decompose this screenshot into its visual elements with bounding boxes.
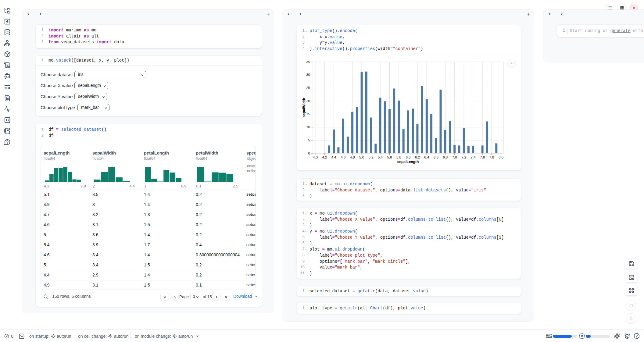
svg-text:20: 20 xyxy=(306,99,310,103)
svg-text:6.2: 6.2 xyxy=(415,155,420,159)
svg-text:sepalLength: sepalLength xyxy=(397,160,419,164)
svg-text:30: 30 xyxy=(306,73,310,77)
svg-text:7.8: 7.8 xyxy=(489,155,494,159)
svg-text:5.8: 5.8 xyxy=(396,155,401,159)
svg-text:4.8: 4.8 xyxy=(350,155,355,159)
svg-text:35: 35 xyxy=(306,60,310,64)
svg-text:6.4: 6.4 xyxy=(424,155,429,159)
svg-text:4.0: 4.0 xyxy=(313,155,318,159)
svg-text:sepalWidth: sepalWidth xyxy=(302,98,306,117)
svg-text:15: 15 xyxy=(306,112,310,116)
svg-text:6.8: 6.8 xyxy=(443,155,448,159)
svg-text:5.4: 5.4 xyxy=(378,155,383,159)
svg-text:6.0: 6.0 xyxy=(406,155,410,159)
svg-text:25: 25 xyxy=(306,86,310,90)
svg-text:10: 10 xyxy=(306,125,310,129)
svg-text:8.0: 8.0 xyxy=(499,155,503,159)
svg-text:7.2: 7.2 xyxy=(461,155,466,159)
svg-text:5.6: 5.6 xyxy=(387,155,392,159)
svg-text:7.6: 7.6 xyxy=(480,155,485,159)
svg-text:7.4: 7.4 xyxy=(471,155,476,159)
svg-text:5.0: 5.0 xyxy=(359,155,364,159)
svg-text:6.6: 6.6 xyxy=(434,155,438,159)
svg-text:4.6: 4.6 xyxy=(341,155,345,159)
svg-text:0: 0 xyxy=(308,151,310,155)
svg-text:4.4: 4.4 xyxy=(331,155,337,159)
svg-text:5.2: 5.2 xyxy=(369,155,374,159)
svg-text:4.2: 4.2 xyxy=(322,155,327,159)
svg-text:7.0: 7.0 xyxy=(452,155,457,159)
svg-text:5: 5 xyxy=(308,138,310,142)
